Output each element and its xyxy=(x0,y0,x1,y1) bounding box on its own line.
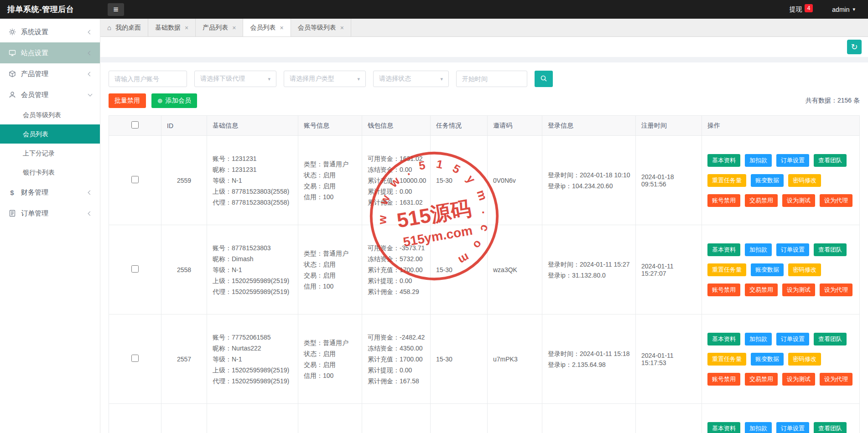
plus-icon: ⊕ xyxy=(157,97,163,104)
action-set-test-button[interactable]: 设为测试 xyxy=(782,194,815,207)
cell-invite-code: u7mPK3 xyxy=(488,314,542,404)
action-adjust-funds-button[interactable]: 加扣款 xyxy=(745,243,772,256)
document-icon xyxy=(8,210,16,217)
account-search-input[interactable] xyxy=(109,71,187,87)
cell-reg-time: 2024-01-11 15:27:07 xyxy=(636,225,702,314)
col-header-wallet-info: 钱包信息 xyxy=(362,116,431,136)
table-row: 2558 账号：87781523803昵称：Dimash等级：N-1上级：152… xyxy=(109,225,860,314)
search-button[interactable] xyxy=(535,71,553,87)
action-basic-info-button[interactable]: 基本资料 xyxy=(707,333,740,345)
row-actions: 基本资料加扣款订单设置查看团队重置任务量账变数据密码修改账号禁用交易禁用设为测试… xyxy=(707,422,854,433)
action-adjust-funds-button[interactable]: 加扣款 xyxy=(745,333,772,345)
hamburger-menu-icon[interactable]: ≡ xyxy=(108,3,124,16)
cell-id: 2558 xyxy=(161,225,207,314)
total-count: 共有数据：2156 条 xyxy=(806,97,860,105)
action-order-settings-button[interactable]: 订单设置 xyxy=(776,154,809,167)
action-adjust-funds-button[interactable]: 加扣款 xyxy=(745,422,772,433)
col-header-invite-code: 邀请码 xyxy=(488,116,542,136)
sidebar-item-label: 财务管理 xyxy=(21,188,48,197)
col-header-account-info: 账号信息 xyxy=(298,116,362,136)
table-row: 2559 账号：1231231昵称：1231231等级：N-1上级：877815… xyxy=(109,136,860,225)
tab-close-icon[interactable]: × xyxy=(185,24,188,31)
action-disable-account-button[interactable]: 账号禁用 xyxy=(707,284,740,296)
action-change-password-button[interactable]: 密码修改 xyxy=(788,353,821,366)
tab-product-list[interactable]: 产品列表 × xyxy=(196,19,243,36)
action-account-changes-button[interactable]: 账变数据 xyxy=(751,174,784,187)
action-reset-tasks-button[interactable]: 重置任务量 xyxy=(707,263,746,276)
sidebar-item-system-settings[interactable]: 系统设置 xyxy=(0,21,100,42)
search-icon xyxy=(540,75,547,83)
tab-basic-data[interactable]: 基础数据 × xyxy=(148,19,196,36)
username: admin xyxy=(832,6,849,13)
chevron-down-icon xyxy=(88,92,93,97)
tab-close-icon[interactable]: × xyxy=(232,24,236,31)
action-order-settings-button[interactable]: 订单设置 xyxy=(776,333,809,345)
action-account-changes-button[interactable]: 账变数据 xyxy=(751,353,784,366)
gear-icon xyxy=(8,28,16,36)
batch-disable-button[interactable]: 批量禁用 xyxy=(109,93,146,108)
cell-task: 15-30 xyxy=(431,225,488,314)
row-actions: 基本资料加扣款订单设置查看团队重置任务量账变数据密码修改账号禁用交易禁用设为测试… xyxy=(707,333,854,386)
action-disable-account-button[interactable]: 账号禁用 xyxy=(707,373,740,386)
sidebar-item-member-level-list[interactable]: 会员等级列表 xyxy=(0,105,100,124)
tab-my-desktop[interactable]: ⌂ 我的桌面 xyxy=(100,19,148,36)
action-order-settings-button[interactable]: 订单设置 xyxy=(776,422,809,433)
tab-member-list[interactable]: 会员列表 × xyxy=(243,19,291,36)
action-set-test-button[interactable]: 设为测试 xyxy=(782,373,815,386)
action-view-team-button[interactable]: 查看团队 xyxy=(814,422,847,433)
action-set-agent-button[interactable]: 设为代理 xyxy=(820,373,852,386)
action-set-test-button[interactable]: 设为测试 xyxy=(782,284,815,296)
status-select[interactable]: 请选择状态 ▾ xyxy=(373,71,449,87)
action-view-team-button[interactable]: 查看团队 xyxy=(814,333,847,345)
cell-invite-code: 0V0N6v xyxy=(488,136,542,225)
action-reset-tasks-button[interactable]: 重置任务量 xyxy=(707,174,746,187)
sidebar-item-updown-records[interactable]: 上下分记录 xyxy=(0,144,100,163)
add-member-button[interactable]: ⊕ 添加会员 xyxy=(151,93,197,108)
action-reset-tasks-button[interactable]: 重置任务量 xyxy=(707,353,746,366)
action-set-agent-button[interactable]: 设为代理 xyxy=(820,284,852,296)
action-basic-info-button[interactable]: 基本资料 xyxy=(707,243,740,256)
user-menu[interactable]: admin ▾ xyxy=(832,6,855,13)
action-basic-info-button[interactable]: 基本资料 xyxy=(707,422,740,433)
action-order-settings-button[interactable]: 订单设置 xyxy=(776,243,809,256)
action-basic-info-button[interactable]: 基本资料 xyxy=(707,154,740,167)
tabbar: ⌂ 我的桌面 基础数据 × 产品列表 × 会员列表 × 会员等级列表 × xyxy=(100,19,868,37)
row-select-checkbox[interactable] xyxy=(131,176,139,183)
sidebar-item-site-settings[interactable]: 站点设置 xyxy=(0,42,100,63)
row-select-checkbox[interactable] xyxy=(131,355,139,362)
sidebar-item-bank-card-list[interactable]: 银行卡列表 xyxy=(0,163,100,182)
action-disable-account-button[interactable]: 账号禁用 xyxy=(707,194,740,207)
user-type-select[interactable]: 请选择用户类型 ▾ xyxy=(284,71,366,87)
sidebar-item-member-management[interactable]: 会员管理 xyxy=(0,84,100,105)
sidebar-item-product-management[interactable]: 产品管理 xyxy=(0,63,100,84)
tab-member-level-list[interactable]: 会员等级列表 × xyxy=(291,19,351,36)
cell-wallet-info: 可用资金：-3573.71冻结资金：5732.00累计充值：1700.00累计提… xyxy=(368,242,425,297)
action-change-password-button[interactable]: 密码修改 xyxy=(788,263,821,276)
action-disable-trade-button[interactable]: 交易禁用 xyxy=(745,194,778,207)
action-adjust-funds-button[interactable]: 加扣款 xyxy=(745,154,772,167)
tab-close-icon[interactable]: × xyxy=(340,24,344,31)
home-icon: ⌂ xyxy=(107,24,111,31)
start-time-input[interactable] xyxy=(456,71,527,87)
sidebar-item-finance-management[interactable]: $ 财务管理 xyxy=(0,182,100,203)
action-view-team-button[interactable]: 查看团队 xyxy=(814,154,847,167)
action-change-password-button[interactable]: 密码修改 xyxy=(788,174,821,187)
action-set-agent-button[interactable]: 设为代理 xyxy=(820,194,852,207)
add-member-label: 添加会员 xyxy=(166,97,191,105)
action-disable-trade-button[interactable]: 交易禁用 xyxy=(745,373,778,386)
withdraw-button[interactable]: 提现 4 xyxy=(790,5,813,14)
withdraw-badge: 4 xyxy=(805,4,813,12)
agent-select[interactable]: 请选择下级代理 ▾ xyxy=(194,71,276,87)
sidebar-item-member-list[interactable]: 会员列表 xyxy=(0,124,100,144)
action-disable-trade-button[interactable]: 交易禁用 xyxy=(745,284,778,296)
action-view-team-button[interactable]: 查看团队 xyxy=(814,243,847,256)
tab-close-icon[interactable]: × xyxy=(280,24,283,31)
refresh-button[interactable]: ↻ xyxy=(847,40,862,54)
cell-account-info: 类型：普通用户状态：启用交易：启用信用：100 xyxy=(304,248,356,292)
cell-login-info: 登录时间：2024-01-11 15:18登录ip：2.135.64.98 xyxy=(548,348,630,370)
row-select-checkbox[interactable] xyxy=(131,265,139,273)
chevron-left-icon xyxy=(88,72,93,76)
sidebar-item-order-management[interactable]: 订单管理 xyxy=(0,203,100,224)
action-account-changes-button[interactable]: 账变数据 xyxy=(751,263,784,276)
select-all-checkbox[interactable] xyxy=(131,121,139,129)
